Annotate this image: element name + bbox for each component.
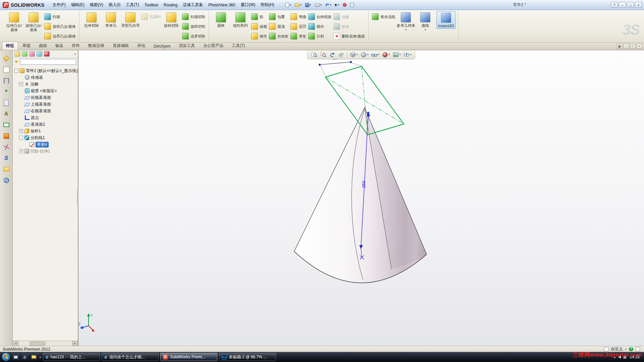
tree-row-sensors[interactable]: 传感器 <box>18 74 77 81</box>
menu-toolbox[interactable]: Toolbox <box>142 1 161 9</box>
edit-appearance-button[interactable]: ▾ <box>382 51 390 58</box>
rebuild-button[interactable] <box>342 2 347 7</box>
menu-file[interactable]: 文件(F) <box>50 1 68 9</box>
tree-root-row[interactable]: - 零件2 (默认<<默认>_显示状态 <box>13 67 77 74</box>
rib-button[interactable]: 筋 <box>250 13 268 21</box>
show-desktop-button[interactable] <box>12 353 19 361</box>
quick-launch-chevron[interactable]: » <box>39 355 41 359</box>
viewport-grid-button[interactable]: ▦ <box>616 44 622 49</box>
tree-row-origin[interactable]: 原点 <box>18 114 77 121</box>
tab-sketch[interactable]: 草图 <box>18 42 35 50</box>
display-style-button[interactable]: ▾ <box>360 51 369 58</box>
select-button[interactable]: ▾ <box>334 3 340 7</box>
zoom-to-fit-button[interactable] <box>311 51 318 58</box>
previous-view-button[interactable] <box>329 51 336 58</box>
task-photoshop[interactable]: Ps 未标题-2 @ 66.7% ... <box>219 353 276 361</box>
instant3d-button[interactable]: Instant3D <box>436 11 456 29</box>
point-tool-button[interactable]: * <box>2 87 11 96</box>
maximize-button[interactable]: □ <box>627 2 634 8</box>
tree-row-material[interactable]: 材质 <未指定> <box>18 87 77 94</box>
explorer-launcher[interactable] <box>30 353 38 361</box>
zoom-to-area-button[interactable] <box>320 51 327 58</box>
smart-dimension-button[interactable] <box>2 54 11 63</box>
simple-hole-button[interactable]: 简单孔 <box>101 11 121 28</box>
tab-evaluate[interactable]: 评估 <box>133 42 149 50</box>
circle-tool-button[interactable] <box>2 176 11 184</box>
revolved-boss-button[interactable]: 旋转凸台/基体 <box>24 11 43 33</box>
indent-button[interactable]: 压凹 <box>289 22 307 31</box>
menu-view[interactable]: 视图(V) <box>87 1 106 9</box>
tree-row-right-plane[interactable]: 右视基准面 <box>18 108 77 114</box>
chevron-down-icon[interactable]: ▾ <box>625 348 627 350</box>
dome-button[interactable]: 圆顶 <box>268 22 289 31</box>
save-button[interactable]: ▾ <box>304 2 312 8</box>
tab-sheet-metal[interactable]: 钣金 <box>51 42 67 50</box>
hole-wizard-button[interactable]: 异型孔向导 <box>121 11 140 28</box>
extruded-boss-button[interactable]: 拉伸凸台/基体 <box>4 11 24 33</box>
feature-tree-tab[interactable] <box>14 51 20 57</box>
dimxpert-manager-tab[interactable] <box>37 51 42 57</box>
tab-weldments[interactable]: 焊件 <box>68 42 84 50</box>
viewport-minimize-button[interactable]: – <box>623 44 629 49</box>
tree-row-loft1[interactable]: + 放样1 <box>18 128 77 134</box>
scroll-left-arrow[interactable]: ◄ <box>13 341 18 346</box>
tree-row-front-plane[interactable]: 前视基准面 <box>18 94 77 101</box>
split-button[interactable]: 分割 <box>307 32 332 40</box>
extrude-tool-button[interactable] <box>2 132 11 140</box>
tab-direct-editing[interactable]: 直接编辑 <box>109 42 133 50</box>
revolved-cut-button[interactable]: 旋转切除 <box>162 11 181 28</box>
section-view-button[interactable] <box>338 51 345 58</box>
note-tool-button[interactable] <box>2 99 11 107</box>
reference-geometry-button[interactable]: 参考几何体▾ <box>396 11 416 31</box>
expand-icon[interactable]: + <box>19 82 23 86</box>
task-solidworks[interactable]: S SolidWorks Premi... <box>160 353 217 361</box>
mirror-button[interactable]: 镜向 <box>307 22 332 31</box>
task-browser-question[interactable]: e 请问这个怎么才能... <box>102 353 159 361</box>
text-tool-button[interactable]: A <box>2 110 11 118</box>
view-orientation-button[interactable]: ▾ <box>349 51 358 58</box>
menu-routing[interactable]: Routing <box>161 1 180 9</box>
tree-filter-input[interactable] <box>20 59 76 65</box>
view-settings-button[interactable]: ▾ <box>403 51 412 58</box>
tree-row-top-plane[interactable]: 上视基准面 <box>18 101 77 108</box>
tab-features[interactable]: 特征 <box>2 42 18 50</box>
viewport-restore-button[interactable]: □ <box>630 44 636 49</box>
wrap-button[interactable]: 包覆 <box>268 13 289 21</box>
freeform-button[interactable]: 自由形 <box>268 32 289 40</box>
menu-maidi-tools[interactable]: 迈迪工具集 <box>180 1 206 9</box>
tree-row-splitline1[interactable]: - 分割线1 <box>18 134 77 141</box>
menu-window[interactable]: 窗口(W) <box>238 1 258 9</box>
tab-data-migration[interactable]: 数据迁移 <box>84 42 108 50</box>
deform-button[interactable]: 变形 <box>289 32 307 40</box>
expand-icon[interactable]: + <box>19 149 23 153</box>
menu-help[interactable]: 帮助(H) <box>258 1 277 9</box>
close-button[interactable]: × <box>635 2 642 8</box>
extruded-cut-button[interactable]: 拉伸切除 <box>82 11 101 28</box>
help-button[interactable]: ? <box>611 2 618 8</box>
swept-cut-button[interactable]: 扫描切除 <box>181 13 206 21</box>
tree-row-cut-extrude1[interactable]: + 切除-拉伸1 <box>18 148 77 155</box>
boundary-boss-button[interactable]: 边界凸台/基体 <box>43 32 77 40</box>
measure-tool-button[interactable] <box>2 76 11 85</box>
menu-photoview360[interactable]: PhotoView 360 <box>206 1 238 9</box>
fillet-button[interactable]: 圆角 <box>211 11 231 28</box>
tab-office-products[interactable]: 办公室产品 <box>199 42 227 50</box>
menu-tools[interactable]: 工具(T) <box>123 1 142 9</box>
internet-explorer-launcher[interactable]: e <box>21 353 29 361</box>
tab-surfaces[interactable]: 曲面 <box>35 42 51 50</box>
open-button[interactable]: ▾ <box>294 3 303 7</box>
tree-row-annotations[interactable]: + A 注解 <box>18 81 77 87</box>
apply-scene-button[interactable]: ▾ <box>392 51 401 58</box>
file-properties-button[interactable] <box>349 2 355 8</box>
delete-body-button[interactable]: ×删除实体/曲面 <box>332 32 366 40</box>
collapse-icon[interactable]: - <box>14 69 18 73</box>
display-manager-tab[interactable] <box>44 51 50 57</box>
lofted-boss-button[interactable]: 放样凸台/基体 <box>43 22 77 31</box>
tree-row-sketch4[interactable]: 草图4 <box>23 141 77 148</box>
menu-insert[interactable]: 插入(I) <box>106 1 123 9</box>
tab-render-tools[interactable]: 渲染工具 <box>175 42 199 50</box>
linear-pattern-button[interactable]: 线性阵列 <box>231 11 250 28</box>
expand-icon[interactable]: + <box>19 129 23 133</box>
scroll-right-arrow[interactable]: ► <box>72 341 77 346</box>
collapse-icon[interactable]: - <box>19 136 23 140</box>
